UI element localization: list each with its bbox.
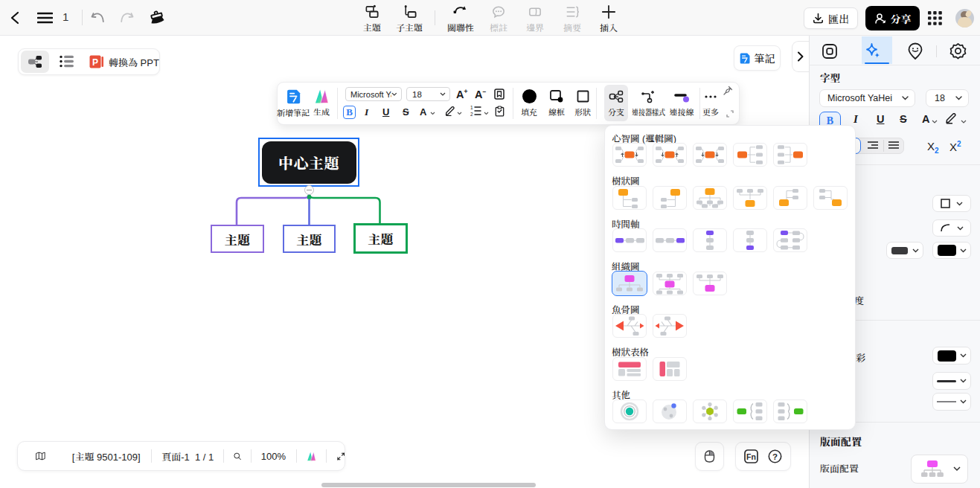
- svg-text:P: P: [92, 57, 98, 68]
- svg-text:2: 2: [470, 112, 473, 117]
- svg-text:Fn: Fn: [746, 452, 756, 461]
- svg-text:1: 1: [470, 106, 473, 110]
- svg-text:?: ?: [772, 452, 778, 461]
